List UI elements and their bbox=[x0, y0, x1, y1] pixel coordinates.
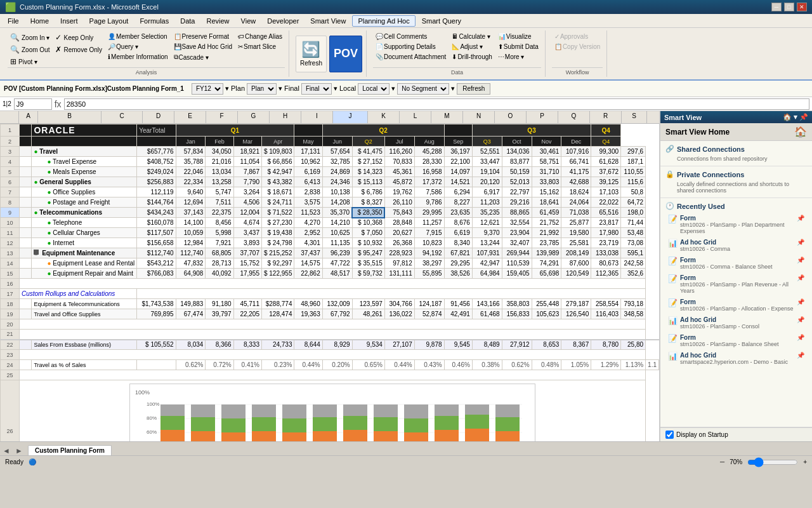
sv-home-icon[interactable]: 🏠 bbox=[783, 113, 792, 121]
col-o[interactable]: O bbox=[495, 111, 527, 123]
menu-home[interactable]: Home bbox=[25, 16, 54, 26]
zoom-out-button[interactable]: 🔍Zoom Out bbox=[8, 44, 52, 55]
member-selection-button[interactable]: 👤 Member Selection bbox=[105, 32, 170, 41]
menu-smart-query[interactable]: Smart Query bbox=[417, 16, 466, 26]
sv-pin-icon[interactable]: 📌 bbox=[799, 113, 808, 121]
calculate-button[interactable]: 🖩 Calculate ▾ bbox=[449, 32, 494, 41]
cascade-button[interactable]: ⧉ Cascade ▾ bbox=[171, 52, 235, 62]
menu-developer[interactable]: Developer bbox=[262, 16, 304, 26]
sv-recent-item-3[interactable]: 📝 Form stm10026 - Comma - Balance Sheet … bbox=[665, 255, 807, 272]
pin-icon-5[interactable]: 📌 bbox=[797, 298, 804, 305]
col-c[interactable]: C bbox=[102, 111, 143, 123]
fy-select[interactable]: FY12 bbox=[192, 83, 223, 95]
entity-select[interactable]: Local bbox=[358, 83, 390, 95]
menu-smart-view[interactable]: Smart View bbox=[305, 16, 351, 26]
zoom-in-status[interactable]: + bbox=[803, 458, 807, 465]
sheet-body[interactable]: 1 ORACLE YearTotal Q1 Q2 Q3 Q4 2 bbox=[0, 124, 659, 441]
sv-recent-item-4[interactable]: 📝 Form stm10026 - PlanSamp - Plan Revenu… bbox=[665, 272, 807, 296]
sv-recent-item-8[interactable]: 📊 Ad hoc Grid smartspace2.hyperion.com -… bbox=[665, 350, 807, 367]
menu-data[interactable]: Data bbox=[175, 16, 200, 26]
pivot-button[interactable]: ⊞Pivot ▾ bbox=[8, 56, 52, 67]
col-s[interactable]: S bbox=[622, 111, 647, 123]
visualize-button[interactable]: 📊 Visualize bbox=[495, 32, 541, 41]
document-attachment-button[interactable]: 📎 Document Attachment bbox=[373, 52, 449, 62]
drill-through-button[interactable]: ⬇ Drill-through bbox=[449, 52, 494, 62]
pin-icon-8[interactable]: 📌 bbox=[797, 352, 804, 359]
col-d[interactable]: D bbox=[143, 111, 174, 123]
pin-icon-1[interactable]: 📌 bbox=[797, 215, 804, 222]
zoom-controls[interactable]: ─ bbox=[720, 458, 724, 465]
menu-file[interactable]: File bbox=[3, 16, 24, 26]
supporting-details-button[interactable]: 📄 Supporting Details bbox=[373, 42, 449, 51]
menu-view[interactable]: View bbox=[236, 16, 261, 26]
col-q[interactable]: Q bbox=[558, 111, 590, 123]
tab-scroll-left[interactable]: ◄ bbox=[3, 446, 15, 455]
sv-recent-header[interactable]: 🕐 Recently Used bbox=[665, 202, 807, 210]
formula-input[interactable] bbox=[64, 98, 809, 110]
sheet-tab-custom-planning[interactable]: Custom Planning Form bbox=[28, 445, 112, 455]
col-k[interactable]: K bbox=[368, 111, 400, 123]
refresh-button[interactable]: 🔄 Refresh bbox=[296, 36, 327, 72]
pin-icon-2[interactable]: 📌 bbox=[797, 239, 804, 246]
col-f[interactable]: F bbox=[206, 111, 238, 123]
pin-icon-6[interactable]: 📌 bbox=[797, 316, 804, 323]
zoom-slider[interactable] bbox=[747, 458, 798, 466]
pov-button[interactable]: POV bbox=[329, 36, 362, 72]
sv-recent-item-6[interactable]: 📊 Ad hoc Grid stm10026 - PlanSamp - Cons… bbox=[665, 314, 807, 331]
sv-arrow-icon[interactable]: ▾ bbox=[794, 113, 797, 121]
selected-cell[interactable]: $ 28,350 bbox=[352, 208, 384, 218]
maximize-button[interactable]: □ bbox=[784, 3, 794, 11]
submit-data-button[interactable]: ⬆ Submit Data bbox=[495, 42, 541, 51]
sv-recent-item-2[interactable]: 📊 Ad hoc Grid stm10026 - Comma 📌 bbox=[665, 237, 807, 254]
sv-display-startup[interactable]: Display on Startup bbox=[660, 427, 812, 441]
col-n[interactable]: N bbox=[463, 111, 495, 123]
copy-version-button[interactable]: 📋 Copy Version bbox=[552, 42, 603, 51]
menu-insert[interactable]: Insert bbox=[55, 16, 83, 26]
col-i[interactable]: I bbox=[301, 111, 333, 123]
display-startup-checkbox[interactable] bbox=[665, 431, 674, 439]
change-alias-button[interactable]: 🏷 Change Alias bbox=[235, 32, 285, 41]
save-ad-hoc-button[interactable]: 💾 Save Ad Hoc Grid bbox=[171, 42, 235, 51]
menu-formulas[interactable]: Formulas bbox=[134, 16, 174, 26]
sv-shared-header[interactable]: 🔗 Shared Connections bbox=[665, 145, 807, 153]
pin-icon-3[interactable]: 📌 bbox=[797, 257, 804, 264]
preserve-format-button[interactable]: 📋 Preserve Format bbox=[171, 32, 235, 41]
cell-ref-input[interactable] bbox=[14, 98, 52, 110]
sv-recent-item-7[interactable]: 📝 Form stm10026 - PlanSamp - Balance She… bbox=[665, 332, 807, 349]
scenario-select[interactable]: Plan bbox=[247, 83, 277, 95]
col-b[interactable]: B bbox=[38, 111, 102, 123]
col-h[interactable]: H bbox=[270, 111, 301, 123]
more-button[interactable]: ⋯ More ▾ bbox=[495, 52, 541, 62]
col-p[interactable]: P bbox=[527, 111, 558, 123]
col-e[interactable]: E bbox=[174, 111, 206, 123]
col-g[interactable]: G bbox=[238, 111, 270, 123]
minimize-button[interactable]: ─ bbox=[771, 3, 782, 11]
col-j[interactable]: J bbox=[333, 111, 368, 123]
approvals-button[interactable]: ✓ Approvals bbox=[552, 32, 603, 41]
member-info-button[interactable]: ℹ Member Information bbox=[105, 52, 170, 62]
smart-slice-button[interactable]: ✂ Smart Slice bbox=[235, 42, 285, 51]
col-l[interactable]: L bbox=[400, 111, 431, 123]
col-m[interactable]: M bbox=[431, 111, 463, 123]
col-r[interactable]: R bbox=[590, 111, 622, 123]
tab-scroll-right[interactable]: ► bbox=[15, 446, 28, 455]
query-button[interactable]: 🔎 Query ▾ bbox=[105, 42, 170, 51]
pin-icon-4[interactable]: 📌 bbox=[797, 274, 804, 281]
sv-recent-item-1[interactable]: 📝 Form stm10026 - PlanSamp - Plan Depart… bbox=[665, 213, 807, 236]
sv-private-header[interactable]: 🔒 Private Connections bbox=[665, 170, 807, 178]
menu-planning-ad-hoc[interactable]: Planning Ad Hoc bbox=[352, 15, 415, 27]
col-a[interactable]: A bbox=[19, 111, 38, 123]
sv-recent-item-5[interactable]: 📝 Form stm10026 - PlanSamp - Allocation … bbox=[665, 297, 807, 314]
close-button[interactable]: ✕ bbox=[797, 3, 807, 11]
menu-review[interactable]: Review bbox=[201, 16, 234, 26]
pov-refresh-button[interactable]: Refresh bbox=[457, 83, 490, 95]
zoom-in-button[interactable]: 🔍Zoom In ▾ bbox=[8, 32, 52, 43]
remove-only-button[interactable]: ✗Remove Only bbox=[53, 44, 105, 55]
adjust-button[interactable]: 📐 Adjust ▾ bbox=[449, 42, 494, 51]
window-controls[interactable]: ─ □ ✕ bbox=[771, 3, 807, 11]
sv-home-icon2[interactable]: 🏠 bbox=[794, 126, 807, 138]
version-select[interactable]: Final bbox=[301, 83, 332, 95]
menu-page-layout[interactable]: Page Layout bbox=[84, 16, 134, 26]
segment-select[interactable]: No Segment bbox=[397, 83, 449, 95]
pin-icon-7[interactable]: 📌 bbox=[797, 334, 804, 341]
